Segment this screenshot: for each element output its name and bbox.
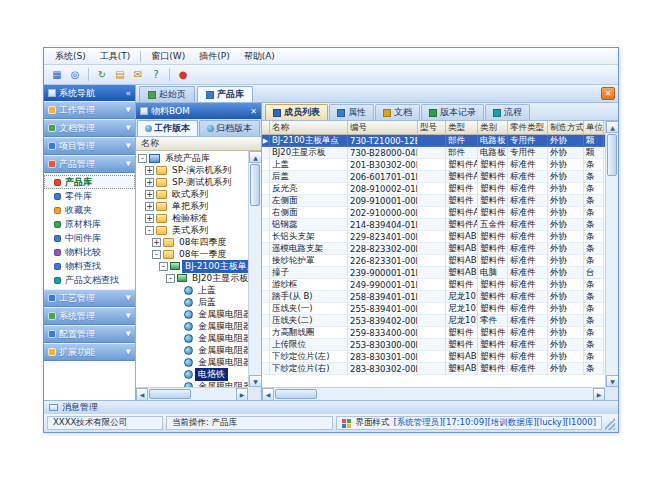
tree-item[interactable]: 金属膜电阻器 (136, 356, 248, 368)
toolbar-search-button[interactable]: ◎ (67, 67, 83, 83)
style-label[interactable]: 界面样式 (355, 417, 389, 429)
detail-tab[interactable]: 成员列表 (265, 104, 328, 120)
column-header[interactable]: 型号 (418, 121, 446, 134)
tree-item[interactable]: 金属膜电阻器 (136, 320, 248, 332)
message-panel-bar[interactable]: 消息管理 (44, 400, 618, 414)
tree-item[interactable]: 金属膜电阻器 (136, 332, 248, 344)
table-row[interactable]: 上盖201-B30302-00E塑料件ABS塑料件标准件外协条 (262, 159, 605, 171)
tree-expander[interactable]: - (152, 250, 161, 259)
tree-expander[interactable]: + (145, 190, 154, 199)
scroll-thumb[interactable] (275, 389, 317, 399)
tree-item[interactable]: -08年一季度 (136, 248, 248, 260)
scroll-thumb[interactable] (149, 389, 191, 399)
menu-item[interactable]: 窗口(W) (144, 49, 192, 64)
grid-vertical-scrollbar[interactable]: ▲ ▼ (605, 121, 618, 387)
resize-grip[interactable] (605, 416, 615, 430)
tree-item[interactable]: +SP-测试机系列 (136, 176, 248, 188)
tree-expander[interactable]: - (145, 226, 154, 235)
scroll-thumb[interactable] (250, 164, 260, 206)
table-row[interactable]: 踏手(从 B)258-839401-01E尼龙1010塑料件标准件外协条 (262, 291, 605, 303)
sidebar-section-header[interactable]: 系统管理▼ (44, 307, 135, 325)
tree-item[interactable]: -系统产品库 (136, 152, 248, 164)
table-row[interactable]: 铝钢蕊214-839404-01E塑料件ABS五金件标准件外协条 (262, 219, 605, 231)
table-row[interactable]: 下纱定位片(右)283-830302-00E塑料ABS塑料件标准件外协条 (262, 363, 605, 375)
table-row[interactable]: 反光亮208-910002-01E塑料件塑料件标准件外协条 (262, 183, 605, 195)
tree-item[interactable]: 上盖 (136, 284, 248, 296)
sidebar-item[interactable]: 零件库 (44, 189, 135, 203)
tree-item[interactable]: -BJ-2100主板单点 (136, 260, 248, 272)
column-header[interactable]: 零件类型 (508, 121, 548, 134)
tree-item[interactable]: +单把系列 (136, 200, 248, 212)
menu-item[interactable]: 插件(P) (192, 49, 236, 64)
toolbar-help-button[interactable]: ? (148, 67, 164, 83)
sidebar-section-header[interactable]: 产品管理▼ (44, 155, 135, 173)
tree-item[interactable]: +SP-演示机系列 (136, 164, 248, 176)
tree-item[interactable]: 金属膜电阻器 (136, 380, 248, 387)
table-row[interactable]: 撞子239-900001-01E塑料ABS电脑标准件外协台 (262, 267, 605, 279)
sidebar-item[interactable]: 物料查找 (44, 259, 135, 273)
table-row[interactable]: 后盖206-601701-01E塑料件ABS塑料件标准件外协条 (262, 171, 605, 183)
scroll-down-button[interactable]: ▼ (606, 375, 618, 387)
tree-vertical-scrollbar[interactable]: ▲ ▼ (248, 151, 261, 387)
sidebar-item[interactable]: 物料比较 (44, 245, 135, 259)
scroll-up-button[interactable]: ▲ (606, 121, 618, 133)
table-row[interactable]: 右侧面202-910000-00E塑料件ABS塑料件标准件外协条 (262, 207, 605, 219)
scroll-right-button[interactable]: ▶ (593, 388, 605, 400)
tree-expander[interactable]: + (145, 202, 154, 211)
scroll-left-button[interactable]: ◀ (136, 388, 148, 400)
sidebar-section-header[interactable]: 文档管理▼ (44, 119, 135, 137)
sidebar-item[interactable]: 产品库 (44, 175, 135, 189)
tree-item[interactable]: -BJ20主显示板 (136, 272, 248, 284)
close-tab-button[interactable]: ✕ (601, 87, 615, 100)
table-row[interactable]: BJ20主显示板730-B28000-04E部件电路板专用件外协颗 (262, 147, 605, 159)
table-row[interactable]: 上传限位253-830300-00E塑料件塑料件标准件外协条 (262, 339, 605, 351)
table-row[interactable]: 方高翻线圈259-833400-00E塑料件塑料件标准件外协条 (262, 327, 605, 339)
tree-item[interactable]: 金属膜电阻器 (136, 308, 248, 320)
table-row[interactable]: 压线夹(一)255-839401-00E尼龙1010塑料件标准件外协条 (262, 303, 605, 315)
scroll-up-button[interactable]: ▲ (249, 151, 261, 163)
grid-horizontal-scrollbar[interactable]: ◀ ▶ (262, 387, 605, 400)
column-header[interactable]: 编号 (348, 121, 418, 134)
tree-expander[interactable]: + (152, 238, 161, 247)
sidebar-section-header[interactable]: 扩展功能▼ (44, 343, 135, 361)
detail-tab[interactable]: 流程 (485, 104, 530, 120)
sidebar-item[interactable]: 原材料库 (44, 217, 135, 231)
detail-tab[interactable]: 版本记录 (421, 104, 484, 120)
table-row[interactable]: 压线夹(二)253-839402-00E尼龙1010零件标准件外协条 (262, 315, 605, 327)
tree-item[interactable]: 金属膜电阻器 (136, 344, 248, 356)
sidebar-item[interactable]: 收藏夹 (44, 203, 135, 217)
close-bom-panel-icon[interactable]: ✕ (250, 107, 257, 116)
document-tab[interactable]: 产品库 (197, 86, 253, 102)
toolbar-message-button[interactable]: ✉ (130, 67, 146, 83)
table-row[interactable]: 游纱框249-990001-01E塑料件塑料件标准件外协条 (262, 279, 605, 291)
menu-item[interactable]: 系统(S) (48, 49, 93, 64)
detail-tab[interactable]: 属性 (329, 104, 374, 120)
column-header[interactable]: 类别 (478, 121, 508, 134)
table-row[interactable]: ▶BJ-2100主板单点730-T21000-12E部件电路板专用件外协颗 (262, 135, 605, 147)
tree-expander[interactable]: + (145, 178, 154, 187)
detail-tab[interactable]: 文档 (375, 104, 420, 120)
collapse-sidebar-icon[interactable]: « (125, 88, 131, 98)
sidebar-section-header[interactable]: 项目管理▼ (44, 137, 135, 155)
column-header[interactable]: 类型 (446, 121, 478, 134)
column-header[interactable]: 名称 (270, 121, 348, 134)
tree-expander[interactable]: - (166, 274, 175, 283)
table-row[interactable]: 下纱定位片(左)283-830301-00E塑料ABS塑料件标准件外协条 (262, 351, 605, 363)
sidebar-section-header[interactable]: 工作管理▼ (44, 101, 135, 119)
tree-expander[interactable]: - (159, 262, 168, 271)
document-tab[interactable]: 起始页 (139, 86, 195, 102)
table-row[interactable]: 接纱轮护罩226-823301-00E塑料ABS塑料件标准件外协条 (262, 255, 605, 267)
toolbar-document-button[interactable]: ▤ (112, 67, 128, 83)
tree-expander[interactable]: + (145, 166, 154, 175)
sidebar-section-header[interactable]: 工艺管理▼ (44, 289, 135, 307)
sidebar-item[interactable]: 产品文档查找 (44, 273, 135, 287)
tree-item[interactable]: +检验标准 (136, 212, 248, 224)
tree-item[interactable]: -美式系列 (136, 224, 248, 236)
table-row[interactable]: 长铝头支架229-823401-00E塑料ABS塑料件标准件外协条 (262, 231, 605, 243)
tree-expander[interactable]: + (145, 214, 154, 223)
toolbar-exit-button[interactable]: ● (175, 67, 191, 83)
scroll-left-button[interactable]: ◀ (262, 388, 274, 400)
scroll-thumb[interactable] (607, 134, 617, 176)
tree-item[interactable]: 电烙铁 (136, 368, 248, 380)
toolbar-navigator-button[interactable]: ▦ (49, 67, 65, 83)
